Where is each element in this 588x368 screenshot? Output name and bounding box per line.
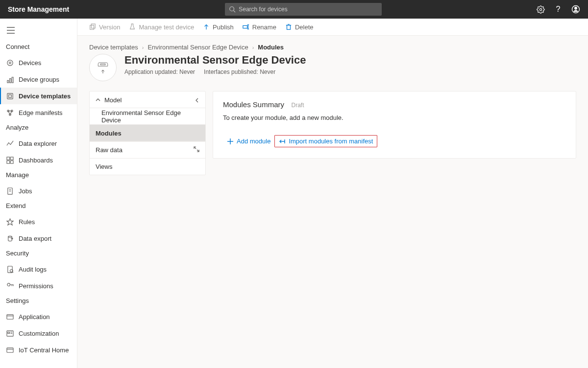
- delete-button[interactable]: Delete: [285, 23, 314, 31]
- customization-icon: [6, 330, 14, 337]
- svg-rect-38: [90, 25, 94, 30]
- breadcrumb-root[interactable]: Device templates: [89, 44, 138, 51]
- sidebar-item-label: Data explorer: [19, 140, 57, 147]
- help-button[interactable]: ?: [554, 5, 563, 14]
- import-icon: [279, 138, 286, 145]
- expand-icon: [194, 146, 199, 152]
- menu-icon: [7, 27, 15, 34]
- svg-rect-10: [7, 80, 8, 83]
- rules-icon: [6, 218, 14, 226]
- page-title: Environmental Sensor Edge Device: [124, 54, 306, 67]
- add-module-button[interactable]: Add module: [223, 136, 274, 147]
- sidebar-item-label: Devices: [19, 59, 41, 67]
- sidebar-item-edge-manifests[interactable]: Edge manifests: [0, 104, 77, 121]
- sidebar-item-application[interactable]: Application: [0, 308, 77, 325]
- breadcrumb-leaf: Modules: [258, 44, 284, 51]
- svg-line-1: [234, 11, 236, 13]
- hamburger-button[interactable]: [0, 21, 77, 40]
- sidebar-item-label: Device templates: [19, 92, 71, 100]
- application-icon: [6, 313, 14, 321]
- svg-rect-39: [91, 24, 95, 28]
- svg-rect-36: [6, 347, 13, 352]
- sidebar-item-label: Edge manifests: [19, 109, 63, 116]
- sidebar-section-settings: Settings: [0, 294, 77, 308]
- sidebar-item-jobs[interactable]: Jobs: [0, 183, 77, 199]
- test-device-icon: [129, 23, 136, 30]
- command-toolbar: Version Manage test device Publish Renam…: [77, 19, 588, 36]
- sidebar-item-label: Audit logs: [19, 266, 47, 273]
- home-icon: [6, 346, 14, 354]
- sidebar-item-devices[interactable]: Devices: [0, 54, 77, 71]
- svg-rect-12: [12, 77, 13, 82]
- svg-point-0: [230, 7, 234, 11]
- sidebar-item-label: Customization: [19, 330, 59, 337]
- devices-icon: [6, 59, 14, 67]
- tree-row-modules[interactable]: Modules: [90, 125, 205, 141]
- sidebar-item-label: Device groups: [19, 76, 59, 83]
- sidebar-section-security: Security: [0, 247, 77, 261]
- sidebar-item-rules[interactable]: Rules: [0, 213, 77, 230]
- sidebar-item-label: Data export: [19, 235, 51, 242]
- import-modules-button[interactable]: Import modules from manifest: [274, 135, 377, 147]
- sidebar-item-data-explorer[interactable]: Data explorer: [0, 135, 77, 152]
- sidebar-item-customization[interactable]: Customization: [0, 325, 77, 342]
- svg-rect-11: [9, 78, 11, 82]
- svg-rect-19: [10, 157, 13, 160]
- sidebar-item-device-groups[interactable]: Device groups: [0, 71, 77, 88]
- edge-manifests-icon: [6, 109, 14, 116]
- svg-point-2: [539, 8, 541, 10]
- status-badge: Draft: [292, 102, 304, 109]
- template-meta: Application updated: Never Interfaces pu…: [124, 69, 306, 75]
- manage-test-device-button[interactable]: Manage test device: [129, 23, 194, 31]
- settings-button[interactable]: [536, 5, 545, 14]
- sidebar-item-label: Dashboards: [19, 157, 53, 164]
- data-explorer-icon: [6, 140, 14, 147]
- version-button[interactable]: Version: [89, 23, 120, 31]
- account-button[interactable]: [571, 5, 580, 14]
- device-groups-icon: [6, 76, 14, 83]
- model-tree-panel: Model Environmental Sensor Edge Device M…: [89, 91, 206, 175]
- breadcrumb-template[interactable]: Environmental Sensor Edge Device: [147, 44, 248, 51]
- sidebar-item-label: IoT Central Home: [19, 346, 69, 354]
- tree-row-views[interactable]: Views: [90, 158, 205, 175]
- tree-row-raw-data[interactable]: Raw data: [90, 141, 205, 158]
- sidebar-section-extend: Extend: [0, 199, 77, 213]
- svg-rect-45: [287, 25, 290, 30]
- version-icon: [89, 23, 96, 30]
- main-content: Version Manage test device Publish Renam…: [77, 19, 588, 368]
- chevron-right-icon: ›: [252, 45, 254, 50]
- sidebar-item-permissions[interactable]: Permissions: [0, 277, 77, 294]
- svg-rect-48: [100, 64, 105, 65]
- svg-line-50: [194, 147, 196, 149]
- sidebar-item-dashboards[interactable]: Dashboards: [0, 152, 77, 168]
- svg-point-8: [7, 60, 12, 65]
- jobs-icon: [6, 187, 14, 195]
- delete-icon: [285, 23, 292, 30]
- breadcrumb: Device templates › Environmental Sensor …: [89, 44, 576, 51]
- audit-logs-icon: [6, 266, 14, 273]
- sidebar-item-label: Application: [19, 313, 50, 321]
- sidebar-section-manage: Manage: [0, 168, 77, 183]
- tree-row-model[interactable]: Model: [90, 92, 205, 108]
- svg-line-51: [197, 150, 199, 152]
- template-header: Environmental Sensor Edge Device Applica…: [89, 54, 576, 81]
- publish-button[interactable]: Publish: [203, 23, 234, 31]
- sidebar: Connect Devices Device groups Device tem…: [0, 19, 77, 368]
- search-icon: [229, 6, 236, 13]
- sidebar-item-data-export[interactable]: Data export: [0, 230, 77, 247]
- tree-row-device[interactable]: Environmental Sensor Edge Device: [90, 108, 205, 125]
- chevron-right-icon: ›: [142, 45, 144, 50]
- svg-rect-21: [10, 161, 13, 163]
- rename-button[interactable]: Rename: [243, 23, 276, 31]
- sidebar-item-audit-logs[interactable]: Audit logs: [0, 261, 77, 277]
- sidebar-section-analyze: Analyze: [0, 121, 77, 135]
- svg-rect-33: [7, 332, 9, 333]
- sidebar-item-home[interactable]: IoT Central Home: [0, 342, 77, 358]
- search-input[interactable]: [239, 6, 378, 13]
- svg-marker-25: [6, 218, 13, 225]
- rename-icon: [243, 23, 249, 30]
- publish-icon: [203, 23, 210, 30]
- search-box[interactable]: [225, 3, 382, 16]
- sidebar-item-device-templates[interactable]: Device templates: [0, 88, 77, 104]
- data-export-icon: [6, 235, 14, 242]
